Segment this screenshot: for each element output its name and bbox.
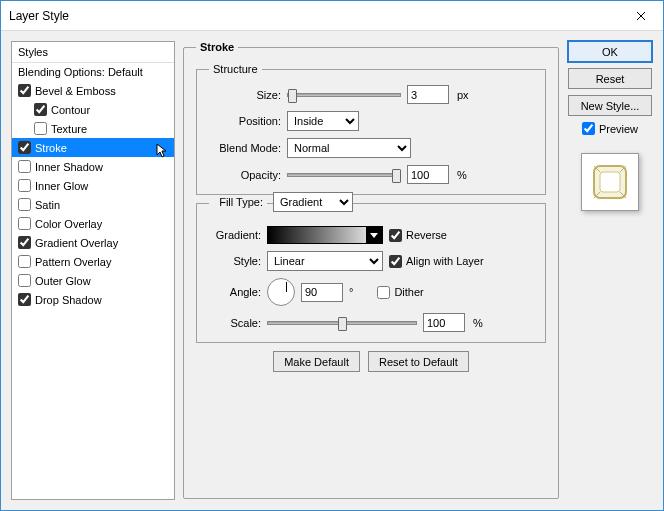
size-input[interactable] [407,85,449,104]
gradient-row: Gradient: Reverse [209,226,533,244]
stroke-group: Stroke Structure Size: px Position: Insi… [183,41,559,499]
size-unit: px [457,89,469,101]
preview-thumbnail [581,153,639,211]
inner-glow-checkbox[interactable] [18,179,31,192]
satin-checkbox[interactable] [18,198,31,211]
sidebar-item-color-overlay[interactable]: Color Overlay [12,214,174,233]
drop-shadow-checkbox[interactable] [18,293,31,306]
style-label: Style: [209,255,261,267]
gradient-overlay-checkbox[interactable] [18,236,31,249]
stroke-checkbox[interactable] [18,141,31,154]
align-checkbox[interactable] [389,255,402,268]
scale-slider[interactable] [267,321,417,325]
sidebar-item-pattern-overlay[interactable]: Pattern Overlay [12,252,174,271]
color-overlay-checkbox[interactable] [18,217,31,230]
fill-group: Fill Type: Gradient Gradient: Reverse St… [196,203,546,343]
blend-mode-select[interactable]: Normal [287,138,411,158]
sidebar-item-inner-shadow[interactable]: Inner Shadow [12,157,174,176]
bevel-checkbox[interactable] [18,84,31,97]
scale-row: Scale: % [209,313,533,332]
opacity-row: Opacity: % [209,165,533,184]
sidebar-item-drop-shadow[interactable]: Drop Shadow [12,290,174,309]
angle-row: Angle: ° Dither [209,278,533,306]
make-default-button[interactable]: Make Default [273,351,360,372]
titlebar: Layer Style [1,1,663,31]
dialog-content: Styles Blending Options: Default Bevel &… [1,31,663,510]
ok-button[interactable]: OK [568,41,652,62]
blend-label: Blend Mode: [209,142,281,154]
fill-type-select[interactable]: Gradient [273,192,353,212]
main-panel: Stroke Structure Size: px Position: Insi… [183,41,559,500]
close-button[interactable] [618,1,663,30]
sidebar-header[interactable]: Styles [12,42,174,63]
angle-label: Angle: [209,286,261,298]
contour-checkbox[interactable] [34,103,47,116]
texture-checkbox[interactable] [34,122,47,135]
sidebar-item-inner-glow[interactable]: Inner Glow [12,176,174,195]
reverse-option[interactable]: Reverse [389,229,447,242]
opacity-slider-thumb[interactable] [392,169,401,183]
close-icon [636,11,646,21]
size-slider-thumb[interactable] [288,89,297,103]
gradient-picker[interactable] [267,226,383,244]
gradient-label: Gradient: [209,229,261,241]
angle-knob[interactable] [267,278,295,306]
size-slider[interactable] [287,93,401,97]
dither-option[interactable]: Dither [377,286,423,299]
mouse-cursor-icon [156,143,170,159]
gradient-style-select[interactable]: Linear [267,251,383,271]
reverse-checkbox[interactable] [389,229,402,242]
position-select[interactable]: Inside [287,111,359,131]
opacity-label: Opacity: [209,169,281,181]
align-option[interactable]: Align with Layer [389,255,484,268]
sidebar-item-bevel-emboss[interactable]: Bevel & Emboss [12,81,174,100]
size-row: Size: px [209,85,533,104]
structure-group: Structure Size: px Position: Inside Blen… [196,63,546,195]
scale-slider-thumb[interactable] [338,317,347,331]
pattern-overlay-checkbox[interactable] [18,255,31,268]
blend-row: Blend Mode: Normal [209,138,533,158]
fill-type-label: Fill Type: [209,196,267,208]
styles-sidebar: Styles Blending Options: Default Bevel &… [11,41,175,500]
opacity-unit: % [457,169,467,181]
size-label: Size: [209,89,281,101]
position-label: Position: [209,115,281,127]
preview-option[interactable]: Preview [582,122,638,135]
action-column: OK Reset New Style... Preview [567,41,653,500]
opacity-input[interactable] [407,165,449,184]
reset-default-button[interactable]: Reset to Default [368,351,469,372]
angle-input[interactable] [301,283,343,302]
sidebar-item-stroke[interactable]: Stroke [12,138,174,157]
blending-options-row[interactable]: Blending Options: Default [12,63,174,81]
opacity-slider[interactable] [287,173,401,177]
outer-glow-checkbox[interactable] [18,274,31,287]
layer-style-dialog: Layer Style Styles Blending Options: Def… [0,0,664,511]
scale-input[interactable] [423,313,465,332]
position-row: Position: Inside [209,111,533,131]
scale-label: Scale: [209,317,261,329]
inner-shadow-checkbox[interactable] [18,160,31,173]
style-row: Style: Linear Align with Layer [209,251,533,271]
sidebar-item-contour[interactable]: Contour [12,100,174,119]
preview-checkbox[interactable] [582,122,595,135]
angle-unit: ° [349,286,353,298]
gem-icon [588,160,632,204]
sidebar-item-gradient-overlay[interactable]: Gradient Overlay [12,233,174,252]
sidebar-item-satin[interactable]: Satin [12,195,174,214]
stroke-legend: Stroke [196,41,238,53]
sidebar-item-texture[interactable]: Texture [12,119,174,138]
sidebar-item-outer-glow[interactable]: Outer Glow [12,271,174,290]
svg-rect-1 [600,172,620,192]
new-style-button[interactable]: New Style... [568,95,652,116]
dither-checkbox[interactable] [377,286,390,299]
scale-unit: % [473,317,483,329]
default-buttons: Make Default Reset to Default [196,351,546,372]
window-title: Layer Style [9,9,618,23]
reset-button[interactable]: Reset [568,68,652,89]
structure-legend: Structure [209,63,262,75]
